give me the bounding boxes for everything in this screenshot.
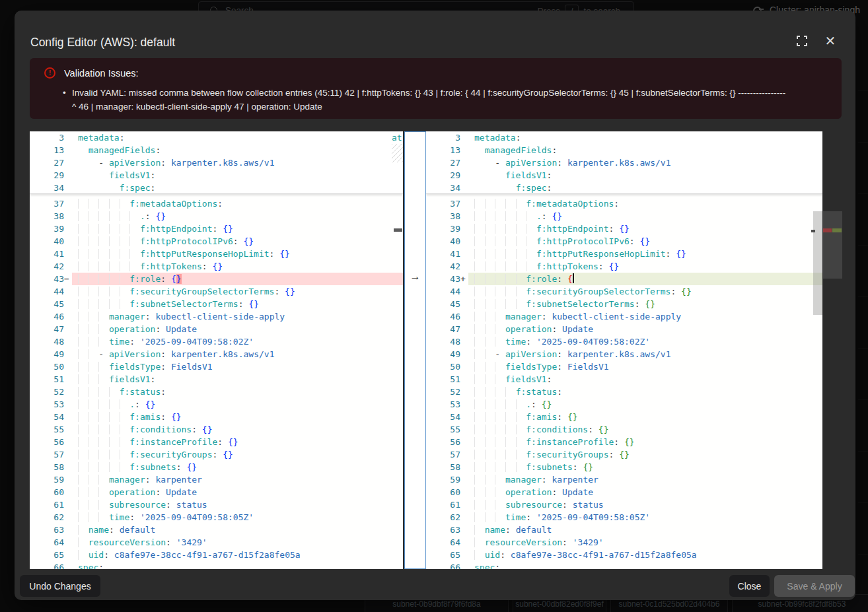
code-line[interactable]: 13 managedFields: — [426, 144, 822, 156]
code-line[interactable]: 61 subresource: status — [426, 498, 822, 511]
revert-change-arrow-icon[interactable]: → — [405, 271, 425, 283]
code-text: f:httpTokens: {} — [468, 260, 822, 273]
code-line[interactable]: 48 time: '2025-09-04T09:58:02Z' — [426, 335, 822, 348]
code-line[interactable]: 47 operation: Update — [426, 323, 822, 335]
code-line[interactable]: 27 - apiVersion: karpenter.k8s.aws/v1 — [30, 156, 403, 169]
code-line[interactable]: 64 resourceVersion: '3429' — [30, 536, 403, 549]
code-line[interactable]: 3metadata: — [426, 131, 822, 144]
save-apply-button[interactable]: Save & Apply — [774, 575, 855, 597]
code-line[interactable]: 59 manager: karpenter — [30, 473, 403, 486]
left-scrollbar-slider[interactable] — [394, 228, 402, 232]
code-text: f:role: { — [468, 273, 822, 285]
code-line[interactable]: 45 f:subnetSelectorTerms: {} — [30, 298, 403, 310]
code-line[interactable]: 54 f:amis: {} — [30, 411, 403, 423]
code-line[interactable]: 49 - apiVersion: karpenter.k8s.aws/v1 — [30, 348, 403, 360]
code-line[interactable]: 46 manager: kubectl-client-side-apply — [30, 310, 403, 323]
diff-pane-modified[interactable]: 3metadata:13 managedFields:27 - apiVersi… — [426, 131, 822, 569]
diff-pane-original[interactable]: 3metadata:13 managedFields:27 - apiVersi… — [30, 131, 403, 569]
fullscreen-button[interactable] — [793, 32, 811, 50]
code-line[interactable]: 57 f:securityGroups: {} — [30, 448, 403, 461]
diff-marker — [64, 411, 72, 423]
code-line[interactable]: 57 f:securityGroups: {} — [426, 448, 822, 461]
diff-sash[interactable]: → — [404, 131, 426, 569]
code-line[interactable]: 41 f:httpPutResponseHopLimit: {} — [30, 248, 403, 260]
close-button[interactable]: ✕ — [821, 32, 840, 50]
code-line[interactable]: 59 manager: karpenter — [426, 473, 822, 486]
code-text: operation: Update — [72, 323, 403, 335]
diff-marker — [64, 182, 72, 194]
code-line[interactable]: 39 f:httpEndpoint: {} — [426, 222, 822, 235]
code-line[interactable]: 52 f:status: — [30, 386, 403, 398]
code-line[interactable]: 49 - apiVersion: karpenter.k8s.aws/v1 — [426, 348, 822, 360]
code-text: uid: c8afe97e-38cc-4f91-a767-d15f2a8fe05… — [468, 549, 822, 561]
diff-marker — [64, 448, 72, 461]
code-text: managedFields: — [72, 144, 403, 156]
line-number: 27 — [426, 156, 460, 169]
code-line[interactable]: 42 f:httpTokens: {} — [426, 260, 822, 273]
code-line[interactable]: 37 f:metadataOptions: — [426, 197, 822, 210]
code-line[interactable]: 27 - apiVersion: karpenter.k8s.aws/v1 — [426, 156, 822, 169]
code-line[interactable]: 40 f:httpProtocolIPv6: {} — [30, 235, 403, 248]
code-line[interactable]: 41 f:httpPutResponseHopLimit: {} — [426, 248, 822, 260]
line-number: 60 — [426, 486, 460, 498]
code-line[interactable]: 56 f:instanceProfile: {} — [30, 436, 403, 448]
code-line[interactable]: 38 .: {} — [30, 210, 403, 222]
code-line[interactable]: 42 f:httpTokens: {} — [30, 260, 403, 273]
code-line[interactable]: 51 fieldsV1: — [30, 373, 403, 386]
code-line[interactable]: 44 f:securityGroupSelectorTerms: {} — [30, 285, 403, 298]
diff-marker — [460, 461, 468, 473]
code-line[interactable]: 3metadata: — [30, 131, 403, 144]
code-line[interactable]: 55 f:conditions: {} — [426, 423, 822, 436]
code-line[interactable]: 53 .: {} — [426, 398, 822, 411]
code-line[interactable]: 37 f:metadataOptions: — [30, 197, 403, 210]
code-line[interactable]: 62 time: '2025-09-04T09:58:05Z' — [30, 511, 403, 524]
code-line[interactable]: 55 f:conditions: {} — [30, 423, 403, 436]
code-line[interactable]: 58 f:subnets: {} — [30, 461, 403, 473]
close-footer-button[interactable]: Close — [729, 575, 770, 597]
code-line[interactable]: 29 fieldsV1: — [30, 169, 403, 182]
undo-changes-button[interactable]: Undo Changes — [20, 575, 100, 597]
code-line[interactable]: 63 name: default — [30, 524, 403, 536]
code-line[interactable]: 34 f:spec: — [426, 182, 822, 194]
code-line[interactable]: 13 managedFields: — [30, 144, 403, 156]
code-line[interactable]: 38 .: {} — [426, 210, 822, 222]
code-line[interactable]: 56 f:instanceProfile: {} — [426, 436, 822, 448]
code-line[interactable]: 66spec: — [426, 561, 822, 569]
code-line[interactable]: 46 manager: kubectl-client-side-apply — [426, 310, 822, 323]
code-line[interactable]: 51 fieldsV1: — [426, 373, 822, 386]
code-line[interactable]: 58 f:subnets: {} — [426, 461, 822, 473]
diff-marker — [64, 197, 72, 210]
code-line[interactable]: 39 f:httpEndpoint: {} — [30, 222, 403, 235]
right-scrollbar-slider[interactable] — [813, 211, 822, 315]
code-text: time: '2025-09-04T09:58:02Z' — [468, 335, 822, 348]
code-line[interactable]: 60 operation: Update — [426, 486, 822, 498]
code-line[interactable]: 43− f:role: {} — [30, 273, 403, 285]
line-number: 55 — [426, 423, 460, 436]
code-line[interactable]: 65 uid: c8afe97e-38cc-4f91-a767-d15f2a8f… — [426, 549, 822, 561]
code-line[interactable]: 43+ f:role: { — [426, 273, 822, 285]
code-line[interactable]: 34 f:spec: — [30, 182, 403, 194]
code-line[interactable]: 60 operation: Update — [30, 486, 403, 498]
code-line[interactable]: 44 f:securityGroupSelectorTerms: {} — [426, 285, 822, 298]
code-line[interactable]: 54 f:amis: {} — [426, 411, 822, 423]
code-line[interactable]: 40 f:httpProtocolIPv6: {} — [426, 235, 822, 248]
code-line[interactable]: 66spec: — [30, 561, 403, 569]
code-line[interactable]: 48 time: '2025-09-04T09:58:02Z' — [30, 335, 403, 348]
code-line[interactable]: 45 f:subnetSelectorTerms: {} — [426, 298, 822, 310]
code-line[interactable]: 47 operation: Update — [30, 323, 403, 335]
diff-marker — [64, 323, 72, 335]
code-line[interactable]: 63 name: default — [426, 524, 822, 536]
code-line[interactable]: 29 fieldsV1: — [426, 169, 822, 182]
code-line[interactable]: 65 uid: c8afe97e-38cc-4f91-a767-d15f2a8f… — [30, 549, 403, 561]
code-line[interactable]: 62 time: '2025-09-04T09:58:05Z' — [426, 511, 822, 524]
diff-marker — [460, 360, 468, 373]
diff-overview-ruler[interactable] — [823, 131, 843, 569]
line-number: 34 — [30, 182, 64, 194]
code-line[interactable]: 52 f:status: — [426, 386, 822, 398]
code-line[interactable]: 50 fieldsType: FieldsV1 — [426, 360, 822, 373]
code-line[interactable]: 61 subresource: status — [30, 498, 403, 511]
diff-marker — [64, 549, 72, 561]
code-line[interactable]: 50 fieldsType: FieldsV1 — [30, 360, 403, 373]
code-line[interactable]: 53 .: {} — [30, 398, 403, 411]
code-line[interactable]: 64 resourceVersion: '3429' — [426, 536, 822, 549]
